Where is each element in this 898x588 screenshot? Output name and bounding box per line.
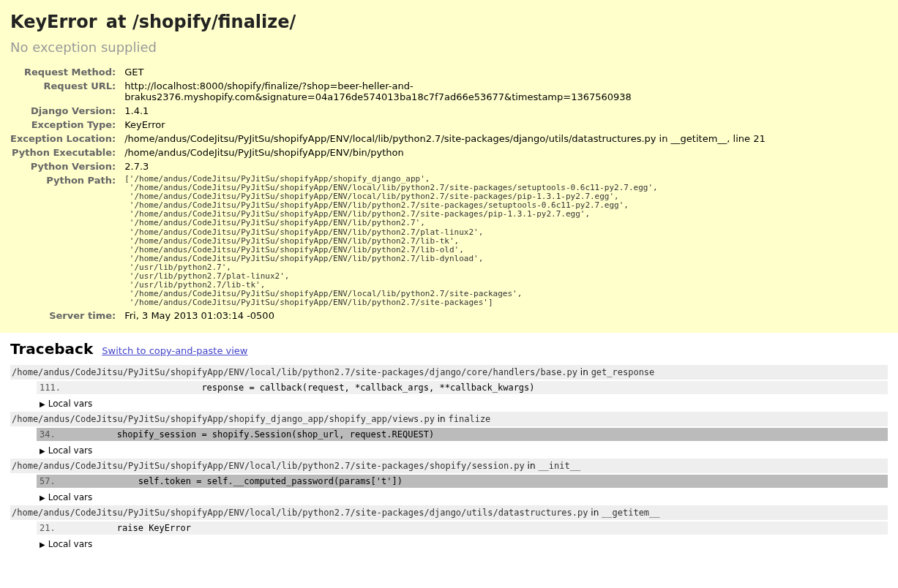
value-exception-type: KeyError (120, 118, 883, 132)
value-exception-location: /home/andus/CodeJitsu/PyJitSu/shopifyApp… (120, 132, 883, 146)
value-python-version: 2.7.3 (120, 159, 883, 173)
disclosure-triangle-icon: ▶ (40, 494, 45, 502)
line-number: 57. (40, 476, 75, 486)
line-number: 111. (40, 382, 75, 393)
code-text: raise KeyError (75, 523, 191, 533)
frame-context[interactable]: 111. response = callback(request, *callb… (37, 381, 888, 394)
line-number: 34. (40, 429, 75, 440)
label-exception-type: Exception Type: (10, 118, 120, 132)
frame-context[interactable]: 34. shopify_session = shopify.Session(sh… (37, 428, 888, 441)
local-vars-label: Local vars (48, 445, 93, 456)
frame-location: /home/andus/CodeJitsu/PyJitSu/shopifyApp… (10, 365, 888, 380)
label-request-url: Request URL: (10, 79, 120, 104)
local-vars-label: Local vars (48, 539, 93, 549)
line-number: 21. (40, 523, 75, 533)
label-python-path: Python Path: (10, 173, 120, 309)
traceback-frame: /home/andus/CodeJitsu/PyJitSu/shopifyApp… (10, 412, 888, 456)
label-python-executable: Python Executable: (10, 146, 120, 159)
error-type: KeyError (10, 12, 97, 32)
code-line: 34. shopify_session = shopify.Session(sh… (37, 428, 888, 441)
value-python-executable: /home/andus/CodeJitsu/PyJitSu/shopifyApp… (120, 146, 883, 159)
frame-location: /home/andus/CodeJitsu/PyJitSu/shopifyApp… (10, 459, 888, 473)
frame-context[interactable]: 21. raise KeyError (37, 521, 888, 535)
frame-file: /home/andus/CodeJitsu/PyJitSu/shopifyApp… (12, 367, 577, 377)
traceback-frame: /home/andus/CodeJitsu/PyJitSu/shopifyApp… (10, 505, 888, 549)
value-request-method: GET (120, 65, 883, 79)
disclosure-triangle-icon: ▶ (40, 400, 45, 408)
code-line: 57. self.token = self.__computed_passwor… (37, 475, 888, 488)
label-django-version: Django Version: (10, 104, 120, 118)
switch-view-link[interactable]: Switch to copy-and-paste view (102, 345, 247, 356)
local-vars-toggle[interactable]: ▶Local vars (40, 492, 888, 502)
disclosure-triangle-icon: ▶ (40, 540, 45, 549)
label-exception-location: Exception Location: (10, 132, 120, 146)
local-vars-toggle[interactable]: ▶Local vars (40, 539, 888, 549)
code-line: 21. raise KeyError (37, 521, 888, 535)
summary-table: Request Method: GET Request URL: http://… (10, 65, 883, 323)
frame-file: /home/andus/CodeJitsu/PyJitSu/shopifyApp… (12, 414, 435, 424)
local-vars-label: Local vars (48, 492, 93, 502)
label-server-time: Server time: (10, 309, 120, 323)
disclosure-triangle-icon: ▶ (40, 447, 45, 455)
label-request-method: Request Method: (10, 65, 120, 79)
value-request-url: http://localhost:8000/shopify/finalize/?… (120, 79, 883, 104)
frame-function: finalize (449, 414, 491, 424)
traceback-section: Traceback Switch to copy-and-paste view … (0, 333, 898, 567)
traceback-frame: /home/andus/CodeJitsu/PyJitSu/shopifyApp… (10, 365, 888, 409)
frame-location: /home/andus/CodeJitsu/PyJitSu/shopifyApp… (10, 505, 888, 520)
in-keyword: in (435, 414, 449, 424)
code-text: response = callback(request, *callback_a… (75, 382, 535, 393)
in-keyword: in (577, 367, 591, 377)
value-django-version: 1.4.1 (120, 104, 883, 118)
value-python-path: ['/home/andus/CodeJitsu/PyJitSu/shopifyA… (124, 175, 879, 307)
label-python-version: Python Version: (10, 159, 120, 173)
value-server-time: Fri, 3 May 2013 01:03:14 -0500 (120, 309, 883, 323)
error-summary: KeyError at /shopify/finalize/ No except… (0, 0, 898, 333)
local-vars-label: Local vars (48, 399, 93, 409)
frame-location: /home/andus/CodeJitsu/PyJitSu/shopifyApp… (10, 412, 888, 426)
frame-context[interactable]: 57. self.token = self.__computed_passwor… (37, 475, 888, 488)
exception-message: No exception supplied (10, 39, 883, 55)
frames-list: /home/andus/CodeJitsu/PyJitSu/shopifyApp… (10, 365, 888, 549)
local-vars-toggle[interactable]: ▶Local vars (40, 399, 888, 409)
frame-function: __getitem__ (602, 508, 659, 518)
traceback-heading: Traceback (10, 340, 93, 358)
in-keyword: in (588, 508, 602, 518)
code-text: shopify_session = shopify.Session(shop_u… (75, 429, 434, 440)
traceback-frame: /home/andus/CodeJitsu/PyJitSu/shopifyApp… (10, 459, 888, 502)
code-text: self.token = self.__computed_password(pa… (75, 476, 403, 486)
in-keyword: in (525, 461, 539, 471)
frame-file: /home/andus/CodeJitsu/PyJitSu/shopifyApp… (12, 508, 588, 518)
page-title: KeyError at /shopify/finalize/ (10, 12, 883, 32)
error-path: at /shopify/finalize/ (106, 12, 296, 32)
local-vars-toggle[interactable]: ▶Local vars (40, 445, 888, 456)
code-line: 111. response = callback(request, *callb… (37, 381, 888, 394)
frame-function: get_response (591, 367, 655, 377)
frame-function: __init__ (538, 461, 580, 471)
frame-file: /home/andus/CodeJitsu/PyJitSu/shopifyApp… (12, 461, 525, 471)
